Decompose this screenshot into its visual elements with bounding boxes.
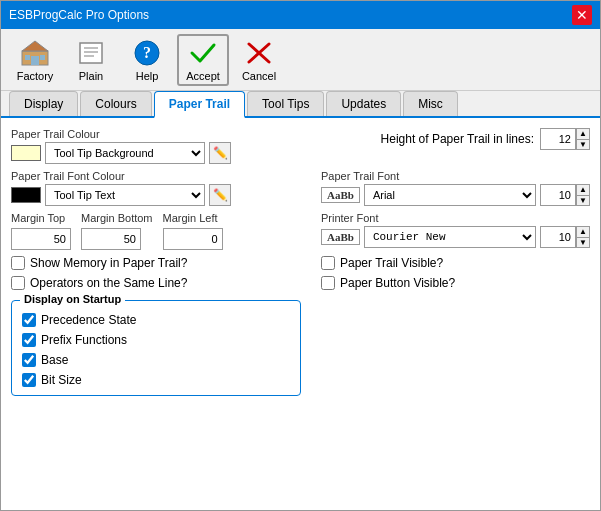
base-checkbox[interactable] [22,353,36,367]
row-colour-height: Paper Trail Colour Tool Tip Background ✏… [11,128,590,164]
height-down-button[interactable]: ▼ [576,139,590,150]
printer-font-size-btns: ▲ ▼ [576,226,590,248]
svg-rect-4 [40,55,45,60]
margin-top-field: Margin Top 50 [11,212,71,250]
bit-size-row: Bit Size [22,373,290,387]
printer-font-right: Printer Font AaBb Courier New 10 ▲ ▼ [321,212,590,250]
colour-edit-button[interactable]: ✏️ [209,142,231,164]
height-input[interactable]: 12 [540,128,576,150]
height-row: Height of Paper Trail in lines: 12 ▲ ▼ [321,128,590,150]
help-button[interactable]: ? Help [121,34,173,86]
title-bar-text: ESBProgCalc Pro Options [9,8,149,22]
printer-font-group: Printer Font AaBb Courier New 10 ▲ ▼ [321,212,590,248]
precedence-state-checkbox[interactable] [22,313,36,327]
margin-top-label: Margin Top [11,212,71,224]
display-on-startup-content: Precedence State Prefix Functions Base B… [22,313,290,387]
main-window: ESBProgCalc Pro Options ✕ Factory [0,0,601,511]
paper-trail-font-size-input[interactable]: 10 [540,184,576,206]
colour-select[interactable]: Tool Tip Background [45,142,205,164]
checkboxes-right: Paper Trail Visible? Paper Button Visibl… [321,256,590,290]
tab-colours[interactable]: Colours [80,91,151,116]
base-row: Base [22,353,290,367]
svg-rect-3 [25,55,30,60]
factory-label: Factory [17,70,54,82]
paper-trail-visible-row: Paper Trail Visible? [321,256,590,270]
toolbar: Factory Plain ? Help [1,29,600,91]
paper-trail-colour-combo: Tool Tip Background ✏️ [11,142,311,164]
font-colour-combo: Tool Tip Text ✏️ [11,184,311,206]
show-memory-row: Show Memory in Paper Trail? [11,256,311,270]
checkboxes-left: Show Memory in Paper Trail? Operators on… [11,256,311,290]
paper-trail-font-right: Paper Trail Font AaBb Arial 10 ▲ ▼ [321,170,590,206]
paper-trail-visible-label: Paper Trail Visible? [340,256,443,270]
operators-same-line-checkbox[interactable] [11,276,25,290]
cancel-button[interactable]: Cancel [233,34,285,86]
paper-trail-font-up-button[interactable]: ▲ [576,184,590,195]
close-button[interactable]: ✕ [572,5,592,25]
display-on-startup-box: Display on Startup Precedence State Pref… [11,300,301,396]
svg-text:?: ? [143,44,151,61]
margin-left-field: Margin Left 0 [163,212,223,250]
printer-font-size-spinner: 10 ▲ ▼ [540,226,590,248]
tab-paper-trail[interactable]: Paper Trail [154,91,245,118]
row-checkboxes: Show Memory in Paper Trail? Operators on… [11,256,590,290]
paper-button-visible-row: Paper Button Visible? [321,276,590,290]
tab-tool-tips[interactable]: Tool Tips [247,91,324,116]
printer-font-down-button[interactable]: ▼ [576,237,590,248]
prefix-functions-label: Prefix Functions [41,333,127,347]
tab-display[interactable]: Display [9,91,78,116]
printer-font-select[interactable]: Courier New [364,226,536,248]
printer-font-up-button[interactable]: ▲ [576,226,590,237]
show-memory-checkbox[interactable] [11,256,25,270]
height-spinner: 12 ▲ ▼ [540,128,590,150]
operators-same-line-label: Operators on the Same Line? [30,276,187,290]
height-label: Height of Paper Trail in lines: [381,132,534,146]
height-spinner-btns: ▲ ▼ [576,128,590,150]
printer-font-size-input[interactable]: 10 [540,226,576,248]
font-colour-edit-button[interactable]: ✏️ [209,184,231,206]
paper-trail-font-label: Paper Trail Font [321,170,590,182]
tab-updates[interactable]: Updates [326,91,401,116]
colour-swatch [11,145,41,161]
accept-button[interactable]: Accept [177,34,229,86]
paper-trail-font-group: Paper Trail Font AaBb Arial 10 ▲ ▼ [321,170,590,206]
paper-button-visible-label: Paper Button Visible? [340,276,455,290]
paper-trail-font-select[interactable]: Arial [364,184,536,206]
printer-font-wrapper: AaBb Courier New 10 ▲ ▼ [321,226,590,248]
svg-rect-5 [80,43,102,63]
bit-size-checkbox[interactable] [22,373,36,387]
margin-left-input[interactable]: 0 [163,228,223,250]
factory-icon [20,38,50,68]
paper-button-visible-checkbox[interactable] [321,276,335,290]
title-bar: ESBProgCalc Pro Options ✕ [1,1,600,29]
margin-fields: Margin Top 50 Margin Bottom 50 Margin Le… [11,212,311,250]
height-up-button[interactable]: ▲ [576,128,590,139]
accept-icon [188,38,218,68]
paper-trail-visible-checkbox[interactable] [321,256,335,270]
plain-label: Plain [79,70,103,82]
font-colour-label: Paper Trail Font Colour [11,170,311,182]
svg-marker-1 [22,41,48,51]
paper-trail-font-wrapper: AaBb Arial 10 ▲ ▼ [321,184,590,206]
margin-top-input[interactable]: 50 [11,228,71,250]
base-label: Base [41,353,68,367]
row-printer-font: Margin Top 50 Margin Bottom 50 Margin Le… [11,212,590,250]
right-col: Height of Paper Trail in lines: 12 ▲ ▼ [321,128,590,164]
paper-trail-colour-label: Paper Trail Colour [11,128,311,140]
font-colour-group: Paper Trail Font Colour Tool Tip Text ✏️ [11,170,311,206]
margin-left-label: Margin Left [163,212,223,224]
tab-misc[interactable]: Misc [403,91,458,116]
bit-size-label: Bit Size [41,373,82,387]
factory-button[interactable]: Factory [9,34,61,86]
margin-bottom-input[interactable]: 50 [81,228,141,250]
tab-content: Paper Trail Colour Tool Tip Background ✏… [1,118,600,510]
left-col: Paper Trail Colour Tool Tip Background ✏… [11,128,311,164]
paper-trail-font-size-spinner: 10 ▲ ▼ [540,184,590,206]
help-icon: ? [132,38,162,68]
prefix-functions-checkbox[interactable] [22,333,36,347]
printer-font-preview: AaBb [321,229,360,245]
plain-button[interactable]: Plain [65,34,117,86]
font-colour-select[interactable]: Tool Tip Text [45,184,205,206]
precedence-state-row: Precedence State [22,313,290,327]
paper-trail-font-down-button[interactable]: ▼ [576,195,590,206]
